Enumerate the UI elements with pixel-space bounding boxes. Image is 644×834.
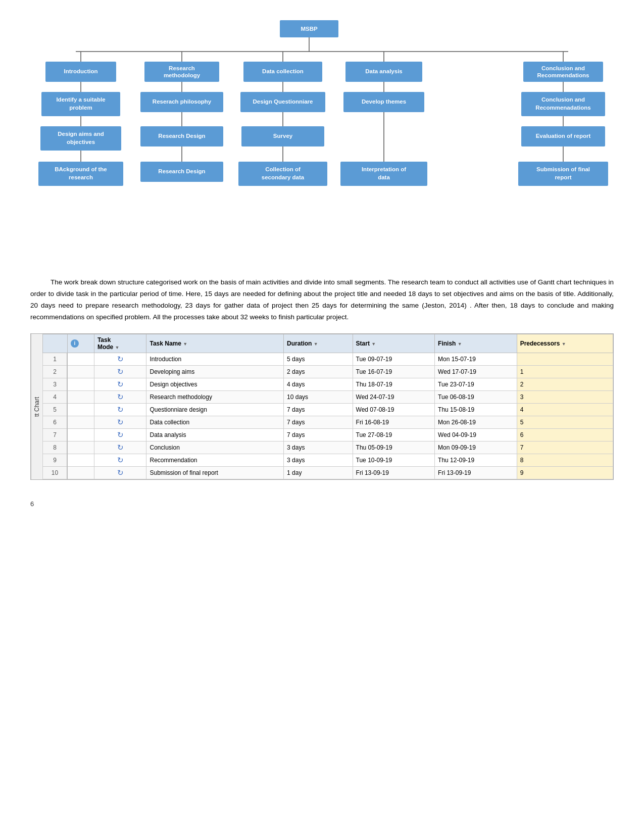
row-empty (67, 353, 94, 365)
predecessors-cell: 5 (517, 416, 613, 428)
finish-cell: Tue 23-07-19 (435, 378, 517, 390)
task-name-cell: Data analysis (146, 428, 284, 441)
col-duration-header[interactable]: Duration ▼ (284, 334, 353, 353)
task-mode-cell: ↻ (94, 454, 146, 466)
table-row: 6↻Data collection7 daysFri 16-08-19Mon 2… (42, 416, 613, 428)
task-mode-icon: ↻ (117, 355, 124, 363)
row-empty (67, 416, 94, 428)
duration-cell: 4 days (284, 378, 353, 390)
col-finish-header[interactable]: Finish ▼ (435, 334, 517, 353)
col-predecessors-header[interactable]: Predecessors ▼ (517, 334, 613, 353)
task-name-cell: Research methodology (146, 390, 284, 403)
svg-text:Research: Research (169, 65, 195, 71)
task-mode-cell: ↻ (94, 353, 146, 365)
finish-cell: Thu 15-08-19 (435, 403, 517, 416)
svg-text:problem: problem (69, 105, 92, 111)
svg-rect-42 (40, 126, 121, 151)
task-mode-cell: ↻ (94, 441, 146, 454)
body-paragraph: The work break down structure categorise… (30, 277, 614, 323)
svg-rect-11 (144, 62, 219, 82)
task-mode-icon: ↻ (117, 443, 124, 452)
row-number: 9 (42, 454, 67, 466)
start-cell: Tue 27-08-19 (353, 428, 435, 441)
svg-text:Research Design: Research Design (158, 133, 205, 139)
svg-rect-64 (340, 162, 427, 186)
svg-text:Reserach philosophy: Reserach philosophy (153, 99, 212, 105)
duration-cell: 2 days (284, 365, 353, 378)
row-number: 4 (42, 390, 67, 403)
svg-text:research: research (69, 174, 93, 180)
start-cell: Wed 07-08-19 (353, 403, 435, 416)
svg-rect-61 (238, 162, 327, 186)
svg-text:Recommenadations: Recommenadations (535, 105, 590, 111)
gantt-header-row: i Task Mode ▼ Task Name ▼ Duration ▼ Sta… (42, 334, 613, 353)
col-rownum-header (42, 334, 67, 353)
row-empty (67, 365, 94, 378)
page-number: 6 (30, 500, 614, 508)
svg-text:BAckground of the: BAckground of the (55, 166, 107, 172)
col-taskmode-header[interactable]: Task Mode ▼ (94, 334, 146, 353)
predecessors-cell: 3 (517, 390, 613, 403)
task-mode-icon: ↻ (117, 468, 124, 477)
duration-cell: 7 days (284, 416, 353, 428)
svg-text:methodology: methodology (164, 72, 201, 78)
task-mode-cell: ↻ (94, 365, 146, 378)
start-cell: Fri 13-09-19 (353, 466, 435, 479)
svg-text:Develop themes: Develop themes (362, 99, 406, 105)
svg-text:Research Design: Research Design (158, 168, 205, 174)
task-mode-cell: ↻ (94, 378, 146, 390)
row-empty (67, 378, 94, 390)
svg-text:objectives: objectives (67, 139, 95, 145)
finish-cell: Wed 04-09-19 (435, 428, 517, 441)
svg-text:Submission of final: Submission of final (536, 166, 590, 172)
row-number: 6 (42, 416, 67, 428)
finish-cell: Tue 06-08-19 (435, 390, 517, 403)
org-chart-svg: .ob { fill: #5b9bd5; stroke: none; rx: 2… (30, 15, 614, 263)
start-cell: Tue 10-09-19 (353, 454, 435, 466)
row-number: 1 (42, 353, 67, 365)
svg-text:Conclusion and: Conclusion and (541, 96, 585, 103)
task-mode-icon: ↻ (117, 418, 124, 426)
col-start-header[interactable]: Start ▼ (353, 334, 435, 353)
info-icon: i (71, 339, 79, 348)
duration-cell: 3 days (284, 441, 353, 454)
svg-rect-56 (38, 162, 123, 186)
row-number: 8 (42, 441, 67, 454)
finish-cell: Mon 09-09-19 (435, 441, 517, 454)
task-mode-cell: ↻ (94, 390, 146, 403)
table-row: 8↻Conclusion3 daysThu 05-09-19Mon 09-09-… (42, 441, 613, 454)
start-cell: Tue 09-07-19 (353, 353, 435, 365)
sidebar-text: tt Chart (33, 397, 40, 416)
svg-text:Collection of: Collection of (265, 166, 301, 172)
gantt-chart: tt Chart i Task Mode ▼ Task Name ▼ Durat… (30, 333, 614, 480)
task-name-cell: Conclusion (146, 441, 284, 454)
org-chart: .ob { fill: #5b9bd5; stroke: none; rx: 2… (30, 15, 614, 263)
col-taskname-header[interactable]: Task Name ▼ (146, 334, 284, 353)
task-mode-cell: ↻ (94, 403, 146, 416)
task-mode-icon: ↻ (117, 456, 124, 464)
table-row: 10↻Submission of final report1 dayFri 13… (42, 466, 613, 479)
svg-text:secondary data: secondary data (262, 174, 305, 180)
predecessors-cell: 8 (517, 454, 613, 466)
finish-cell: Mon 15-07-19 (435, 353, 517, 365)
duration-cell: 10 days (284, 390, 353, 403)
svg-text:Introduction: Introduction (64, 68, 97, 74)
task-mode-cell: ↻ (94, 466, 146, 479)
svg-rect-26 (41, 92, 120, 116)
task-name-cell: Developing aims (146, 365, 284, 378)
gantt-rows: 1↻Introduction5 daysTue 09-07-19Mon 15-0… (42, 353, 613, 479)
start-cell: Thu 18-07-19 (353, 378, 435, 390)
task-name-cell: Design objectives (146, 378, 284, 390)
row-empty (67, 454, 94, 466)
row-number: 5 (42, 403, 67, 416)
predecessors-cell: 7 (517, 441, 613, 454)
task-name-cell: Recommendation (146, 454, 284, 466)
row-number: 10 (42, 466, 67, 479)
gantt-sidebar-label: tt Chart (31, 334, 42, 479)
row-empty (67, 428, 94, 441)
svg-text:Identify a suitable: Identify a suitable (56, 96, 105, 103)
task-mode-icon: ↻ (117, 405, 124, 414)
task-name-cell: Introduction (146, 353, 284, 365)
row-empty (67, 403, 94, 416)
task-mode-icon: ↻ (117, 430, 124, 439)
